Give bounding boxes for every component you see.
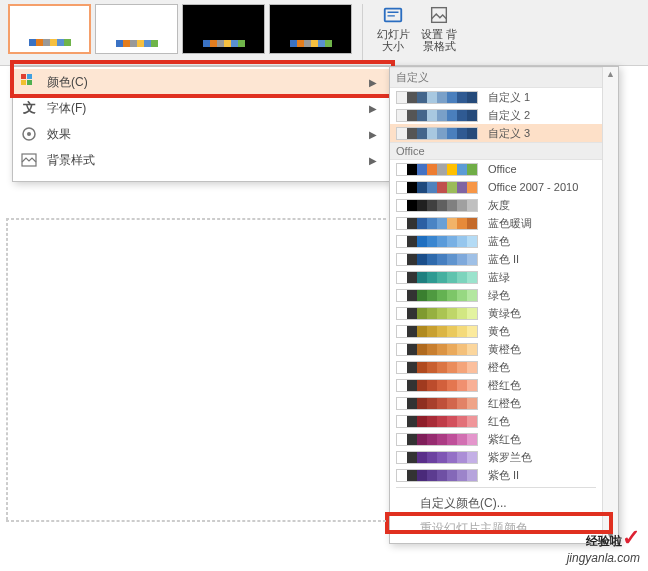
palette-swatch [396, 253, 478, 266]
color-theme-row[interactable]: 红橙色 [390, 394, 602, 412]
svg-rect-5 [27, 80, 32, 85]
color-theme-row[interactable]: Office 2007 - 2010 [390, 178, 602, 196]
palette-swatch [396, 397, 478, 410]
color-theme-row[interactable]: 橙色 [390, 358, 602, 376]
theme-name: 红色 [488, 414, 510, 429]
slide-size-button[interactable]: 幻灯片 大小 [373, 4, 413, 52]
palette-swatch [396, 451, 478, 464]
theme-name: 绿色 [488, 288, 510, 303]
guide-line [6, 520, 386, 522]
submenu-arrow-icon: ▶ [369, 103, 377, 114]
palette-swatch [396, 181, 478, 194]
palette-swatch [396, 361, 478, 374]
color-theme-row[interactable]: 紫色 II [390, 466, 602, 484]
submenu-arrow-icon: ▶ [369, 77, 377, 88]
color-theme-row[interactable]: 黄绿色 [390, 304, 602, 322]
theme-name: 红橙色 [488, 396, 521, 411]
palette-swatch [396, 109, 478, 122]
palette-swatch [396, 217, 478, 230]
palette-swatch [396, 271, 478, 284]
check-icon: ✓ [622, 525, 640, 550]
theme-name: 黄橙色 [488, 342, 521, 357]
theme-name: 灰度 [488, 198, 510, 213]
bg-format-label: 设置 背景格式 [419, 28, 459, 52]
separator [396, 487, 596, 488]
bg-format-button[interactable]: 设置 背景格式 [419, 4, 459, 52]
color-theme-row[interactable]: 紫罗兰色 [390, 448, 602, 466]
color-theme-row[interactable]: 蓝色暖调 [390, 214, 602, 232]
color-theme-row[interactable]: 紫红色 [390, 430, 602, 448]
theme-thumbnail[interactable] [8, 4, 91, 54]
color-theme-row[interactable]: 黄色 [390, 322, 602, 340]
svg-point-7 [27, 132, 31, 136]
color-theme-row[interactable]: 黄橙色 [390, 340, 602, 358]
color-theme-row[interactable]: 蓝色 [390, 232, 602, 250]
customize-colors-label: 自定义颜色(C)... [420, 496, 507, 510]
theme-name: 自定义 2 [488, 108, 530, 123]
color-theme-row[interactable]: 自定义 2 [390, 106, 602, 124]
palette-swatch [396, 289, 478, 302]
svg-rect-1 [432, 8, 447, 23]
theme-name: 自定义 3 [488, 126, 530, 141]
watermark: 经验啦✓ jingyanla.com [567, 525, 640, 565]
slide-size-icon [382, 4, 404, 26]
theme-thumbnail[interactable] [269, 4, 352, 54]
menu-item-bg-style[interactable]: 背景样式 ▶ [13, 147, 389, 173]
color-theme-row[interactable]: Office [390, 160, 602, 178]
theme-thumbnail[interactable] [95, 4, 178, 54]
palette-swatch [396, 163, 478, 176]
scroll-up-icon[interactable]: ▲ [606, 67, 615, 81]
separator [362, 4, 363, 60]
menu-item-label: 效果 [47, 126, 71, 143]
svg-rect-3 [27, 74, 32, 79]
menu-item-colors[interactable]: 颜色(C) ▶ [13, 69, 389, 95]
theme-thumbnail[interactable] [182, 4, 265, 54]
color-theme-row[interactable]: 绿色 [390, 286, 602, 304]
effects-icon [21, 126, 37, 142]
reset-theme-label: 重设幻灯片主题颜色 [420, 521, 528, 535]
submenu-arrow-icon: ▶ [369, 129, 377, 140]
watermark-text: 经验啦 [586, 534, 622, 548]
theme-name: 蓝色 II [488, 252, 519, 267]
menu-item-fonts[interactable]: 文 字体(F) ▶ [13, 95, 389, 121]
palette-swatch [396, 127, 478, 140]
theme-name: 黄色 [488, 324, 510, 339]
svg-rect-0 [385, 9, 402, 22]
palette-swatch [396, 433, 478, 446]
theme-name: Office 2007 - 2010 [488, 181, 578, 193]
palette-swatch [396, 199, 478, 212]
slide-size-label: 幻灯片 大小 [373, 28, 413, 52]
theme-name: Office [488, 163, 517, 175]
color-theme-row[interactable]: 蓝绿 [390, 268, 602, 286]
color-theme-row[interactable]: 蓝色 II [390, 250, 602, 268]
palette-swatch [396, 415, 478, 428]
customize-colors[interactable]: 自定义颜色(C)... [390, 491, 602, 516]
theme-name: 橙红色 [488, 378, 521, 393]
theme-name: 紫罗兰色 [488, 450, 532, 465]
color-theme-row[interactable]: 橙红色 [390, 376, 602, 394]
guide-line [6, 218, 386, 220]
scrollbar[interactable]: ▲ ▼ [602, 67, 618, 543]
variants-menu: 颜色(C) ▶ 文 字体(F) ▶ 效果 ▶ 背景样式 ▶ [12, 66, 390, 182]
theme-name: 蓝色 [488, 234, 510, 249]
menu-item-effects[interactable]: 效果 ▶ [13, 121, 389, 147]
palette-swatch [396, 325, 478, 338]
svg-rect-2 [21, 74, 26, 79]
theme-name: 蓝绿 [488, 270, 510, 285]
color-theme-row[interactable]: 红色 [390, 412, 602, 430]
group-header-custom: 自定义 [390, 67, 602, 88]
theme-name: 蓝色暖调 [488, 216, 532, 231]
theme-name: 紫色 II [488, 468, 519, 483]
menu-item-label: 字体(F) [47, 100, 86, 117]
color-theme-row[interactable]: 灰度 [390, 196, 602, 214]
submenu-arrow-icon: ▶ [369, 155, 377, 166]
theme-name: 自定义 1 [488, 90, 530, 105]
palette-swatch [396, 91, 478, 104]
watermark-url: jingyanla.com [567, 551, 640, 565]
ribbon: 幻灯片 大小 设置 背景格式 [0, 0, 648, 66]
color-theme-row[interactable]: 自定义 1 [390, 88, 602, 106]
menu-item-label: 背景样式 [47, 152, 95, 169]
palette-swatch [396, 307, 478, 320]
bg-format-icon [428, 4, 450, 26]
color-theme-row[interactable]: 自定义 3 [390, 124, 602, 142]
